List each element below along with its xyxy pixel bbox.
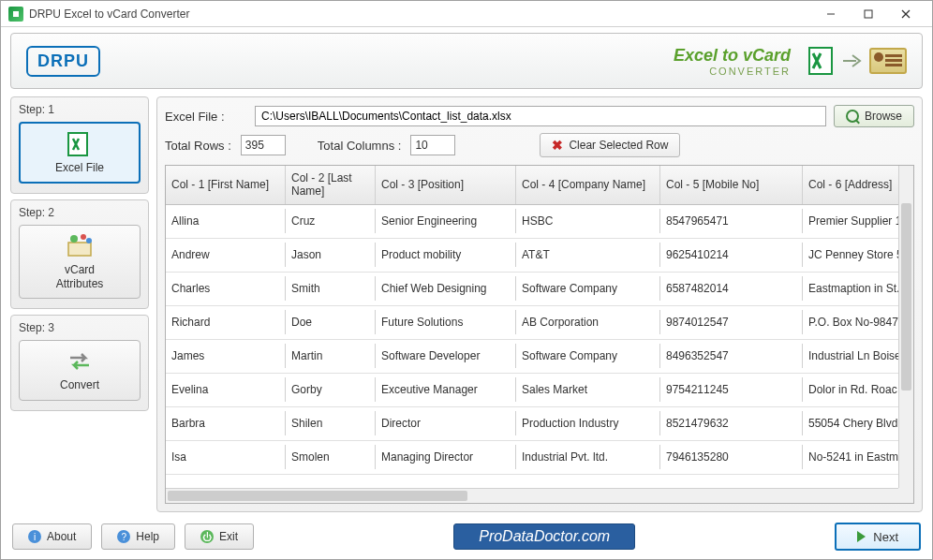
scrollbar-thumb[interactable] [168,491,467,501]
table-row[interactable]: AndrewJasonProduct mobilityAT&T962541021… [166,239,913,273]
table-cell: 7946135280 [660,445,803,469]
info-icon: i [28,530,41,543]
browse-button[interactable]: Browse [834,105,914,127]
table-cell: Martin [286,344,376,368]
file-path-input[interactable] [255,106,826,126]
table-cell: Production Industry [516,411,660,435]
scrollbar-thumb[interactable] [901,203,911,391]
main-panel: Excel File : Browse Total Rows : 395 Tot… [156,96,923,512]
table-cell: Senior Engineering [376,209,516,233]
table-cell: Future Solutions [376,310,516,334]
table-cell: Software Company [516,344,660,368]
col-header[interactable]: Col - 4 [Company Name] [516,166,660,204]
window-controls [812,1,925,27]
table-cell: JC Penney Store 5 [803,243,913,267]
table-row[interactable]: JamesMartinSoftware DeveloperSoftware Co… [166,340,913,374]
table-cell: No-5241 in Eastm [803,445,913,469]
table-row[interactable]: CharlesSmithChief Web DesigningSoftware … [166,273,913,306]
svg-rect-1 [865,10,872,18]
table-cell: P.O. Box No-9847 [803,310,913,334]
app-window: DRPU Excel to vCard Converter DRPU Excel… [0,0,933,560]
table-cell: Charles [166,276,286,301]
banner-title: Excel to vCard CONVERTER [674,46,791,77]
table-cell: Doe [286,310,376,334]
table-cell: Allina [166,209,286,233]
table-cell: Software Company [516,276,660,301]
col-header[interactable]: Col - 1 [First Name] [166,166,286,204]
scroll-corner [898,488,913,503]
col-header[interactable]: Col - 3 [Position] [376,166,516,204]
table-cell: Chief Web Designing [376,276,516,301]
col-header[interactable]: Col - 6 [Address] [803,166,913,204]
col-header[interactable]: Col - 5 [Mobile No] [660,166,803,204]
table-cell: Director [376,411,516,435]
total-rows-value: 395 [241,135,286,155]
total-cols-label: Total Columns : [318,139,402,153]
brand-link[interactable]: ProDataDoctor.com [453,523,635,550]
svg-rect-5 [68,133,87,155]
table-cell: Exceutive Manager [376,377,516,402]
vcard-icon [869,48,907,74]
table-cell: Smolen [286,445,376,469]
table-row[interactable]: EvelinaGorbyExceutive ManagerSales Marke… [166,374,913,407]
convert-icon [65,348,95,375]
step-convert-button[interactable]: Convert [19,340,141,400]
col-header[interactable]: Col - 2 [Last Name] [286,166,376,204]
step-1-label: Step: 1 [19,103,141,116]
step-excel-file-button[interactable]: Excel File [19,122,141,184]
table-cell: Jason [286,243,376,267]
x-icon: ✖ [552,138,563,153]
step-1-group: Step: 1 Excel File [10,96,149,194]
table-row[interactable]: IsaSmolenManaging DirectorIndustrial Pvt… [166,441,913,475]
table-cell: 55054 Chery Blvd [803,411,913,435]
table-cell: 8496352547 [660,344,803,368]
table-header: Col - 1 [First Name] Col - 2 [Last Name]… [166,166,913,205]
table-cell: Evelina [166,377,286,402]
table-cell: HSBC [516,209,660,233]
title-bar: DRPU Excel to vCard Converter [1,1,932,27]
file-label: Excel File : [165,110,247,124]
search-icon [846,110,859,123]
window-title: DRPU Excel to vCard Converter [29,7,812,21]
table-cell: Eastmaption in St. [803,276,913,301]
exit-button[interactable]: ⏻Exit [185,523,254,550]
table-cell: 8521479632 [660,411,803,435]
horizontal-scrollbar[interactable] [166,488,898,503]
app-icon [8,7,23,22]
step-vcard-attributes-button[interactable]: vCard Attributes [19,225,141,299]
table-cell: Smith [286,276,376,301]
total-rows-label: Total Rows : [165,139,231,153]
svg-point-8 [81,234,86,240]
vertical-scrollbar[interactable] [898,166,913,488]
step-2-group: Step: 2 vCard Attributes [10,199,149,309]
total-cols-value: 10 [410,135,455,155]
table-cell: Industrial Pvt. ltd. [516,445,660,469]
data-table: Col - 1 [First Name] Col - 2 [Last Name]… [165,165,914,504]
about-button[interactable]: iAbout [12,523,92,550]
table-cell: 6587482014 [660,276,803,301]
help-button[interactable]: ?Help [101,523,175,550]
clear-selected-row-button[interactable]: ✖ Clear Selected Row [540,133,680,157]
table-row[interactable]: AllinaCruzSenior EngineeringHSBC85479654… [166,205,913,239]
svg-point-7 [70,235,78,243]
table-cell: Andrew [166,243,286,267]
excel-file-icon [65,131,95,157]
table-row[interactable]: BarbraShilenDirectorProduction Industry8… [166,407,913,441]
vcard-attributes-icon [65,233,95,259]
minimize-button[interactable] [812,1,850,27]
table-cell: AB Corporation [516,310,660,334]
step-3-label: Step: 3 [19,321,141,334]
svg-point-9 [86,238,92,243]
excel-icon [804,44,837,78]
close-button[interactable] [887,1,925,27]
table-body: AllinaCruzSenior EngineeringHSBC85479654… [166,205,913,503]
table-cell: Sales Market [516,377,660,402]
table-cell: Gorby [286,377,376,402]
table-cell: Software Developer [376,344,516,368]
table-cell: Isa [166,445,286,469]
next-button[interactable]: Next [835,523,921,551]
maximize-button[interactable] [850,1,887,27]
table-cell: AT&T [516,243,660,267]
arrow-right-icon [843,53,864,68]
table-row[interactable]: RichardDoeFuture SolutionsAB Corporation… [166,306,913,340]
